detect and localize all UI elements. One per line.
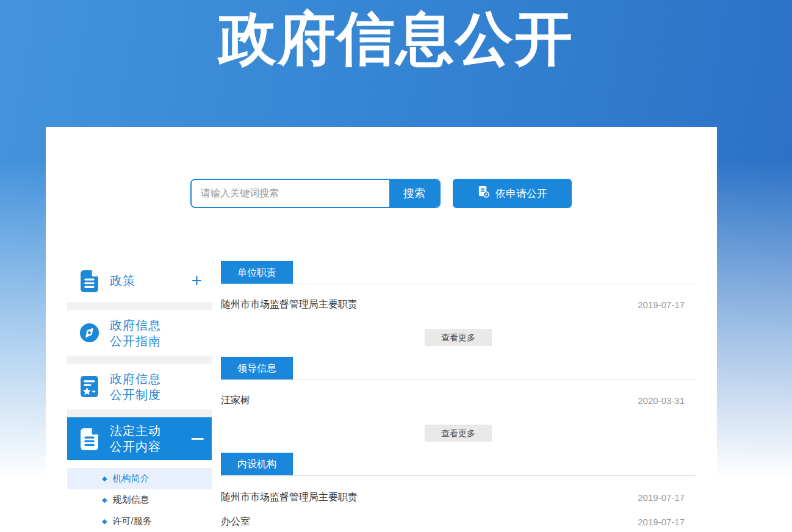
expand-plus-icon[interactable]: + xyxy=(191,271,202,290)
section-header: 领导信息 xyxy=(221,357,696,380)
article-date: 2019-07-17 xyxy=(638,517,696,527)
submenu-item-label: 机构简介 xyxy=(112,473,149,484)
article-link[interactable]: 办公室 xyxy=(221,516,250,528)
article-link[interactable]: 随州市市场监督管理局主要职责 xyxy=(221,491,358,504)
list-item: 随州市市场监督管理局主要职责 2019-07-17 xyxy=(221,485,696,509)
document-icon xyxy=(79,428,99,450)
submenu-item-org-profile[interactable]: ◆ 机构简介 xyxy=(67,468,212,489)
section-tab: 领导信息 xyxy=(221,357,293,379)
diamond-bullet-icon: ◆ xyxy=(102,475,107,483)
search-box: 搜索 xyxy=(190,179,441,208)
sidebar-nav-group: 政策 + 政府信息 公开指南 xyxy=(67,259,212,460)
section-leadership-info: 领导信息 汪家树 2020-03-31 查看更多 xyxy=(221,357,696,442)
article-link[interactable]: 汪家树 xyxy=(221,394,250,407)
page-background: 政府信息公开 搜索 依申请公开 xyxy=(0,0,792,532)
document-icon xyxy=(79,270,99,292)
sidebar-item-disclosure-guide[interactable]: 政府信息 公开指南 xyxy=(67,310,212,356)
search-button[interactable]: 搜索 xyxy=(389,180,439,207)
main-card: 搜索 依申请公开 xyxy=(46,127,717,532)
body-row: 政策 + 政府信息 公开指南 xyxy=(46,259,717,532)
section-internal-orgs: 内设机构 随州市市场监督管理局主要职责 2019-07-17 办公室 2019-… xyxy=(221,453,696,532)
search-input[interactable] xyxy=(192,180,389,207)
article-date: 2019-07-17 xyxy=(638,300,696,310)
collapse-minus-icon[interactable]: − xyxy=(190,431,204,447)
list-item: 随州市市场监督管理局主要职责 2019-07-17 xyxy=(221,289,696,320)
section-header: 单位职责 xyxy=(221,261,696,284)
search-row: 搜索 依申请公开 xyxy=(190,179,717,208)
section-rows: 汪家树 2020-03-31 xyxy=(221,380,696,415)
sidebar-item-label: 政府信息 公开指南 xyxy=(110,317,161,349)
article-link[interactable]: 随州市市场监督管理局主要职责 xyxy=(221,298,358,311)
section-unit-duties: 单位职责 随州市市场监督管理局主要职责 2019-07-17 查看更多 xyxy=(221,261,696,346)
diamond-bullet-icon: ◆ xyxy=(102,496,107,504)
apply-button-label: 依申请公开 xyxy=(495,187,547,201)
sidebar-item-statutory-disclosure[interactable]: 法定主动 公开内容 − xyxy=(67,417,212,460)
sidebar-item-policy[interactable]: 政策 + xyxy=(67,259,212,302)
sidebar-item-disclosure-system[interactable]: 政府信息 公开制度 xyxy=(67,364,212,409)
more-wrap: 查看更多 xyxy=(221,329,696,346)
submenu-item-label: 规划信息 xyxy=(112,494,149,506)
sidebar-item-label: 政策 xyxy=(110,273,135,289)
article-date: 2020-03-31 xyxy=(638,395,696,406)
apply-for-disclosure-button[interactable]: 依申请公开 xyxy=(453,179,572,208)
section-rows: 随州市市场监督管理局主要职责 2019-07-17 xyxy=(221,284,696,320)
sidebar-item-label: 政府信息 公开制度 xyxy=(110,371,161,403)
list-item: 办公室 2019-07-17 xyxy=(221,509,696,532)
submenu-item-license-service[interactable]: ◆ 许可/服务 xyxy=(67,511,212,532)
sidebar: 政策 + 政府信息 公开指南 xyxy=(67,259,212,532)
sidebar-item-label: 法定主动 公开内容 xyxy=(110,423,161,455)
view-more-button[interactable]: 查看更多 xyxy=(425,425,492,442)
submenu-item-label: 许可/服务 xyxy=(112,516,151,527)
compass-icon xyxy=(79,322,99,344)
view-more-button[interactable]: 查看更多 xyxy=(425,329,492,346)
content-area: 单位职责 随州市市场监督管理局主要职责 2019-07-17 查看更多 领 xyxy=(221,259,696,532)
section-tab: 单位职责 xyxy=(221,261,293,284)
page-title: 政府信息公开 xyxy=(0,0,792,73)
section-tab: 内设机构 xyxy=(221,453,293,475)
article-date: 2019-07-17 xyxy=(638,492,696,503)
list-item: 汪家树 2020-03-31 xyxy=(221,385,696,415)
submenu-item-planning-info[interactable]: ◆ 规划信息 xyxy=(67,489,212,511)
form-apply-icon xyxy=(477,185,490,201)
more-wrap: 查看更多 xyxy=(221,425,696,442)
diamond-bullet-icon: ◆ xyxy=(102,517,107,525)
section-rows: 随州市市场监督管理局主要职责 2019-07-17 办公室 2019-07-17 xyxy=(221,476,696,532)
section-header: 内设机构 xyxy=(221,453,696,476)
sidebar-submenu: ◆ 机构简介 ◆ 规划信息 ◆ 许可/服务 xyxy=(67,460,212,532)
document-star-icon xyxy=(79,375,99,398)
